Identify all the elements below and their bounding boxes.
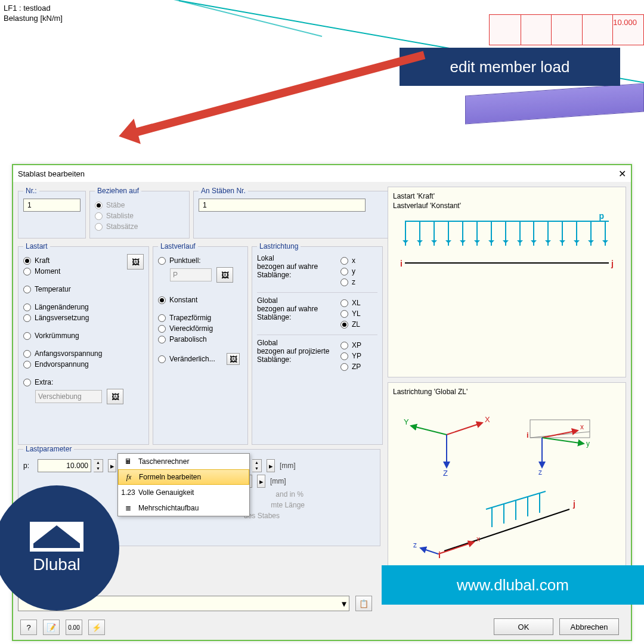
dir-zp[interactable]: ZP: [340, 363, 361, 371]
comment-pick-icon[interactable]: 📋: [355, 596, 372, 611]
radio-icon: [158, 325, 166, 333]
lastart-vorkruemmung[interactable]: Vorkrümmung: [23, 332, 144, 340]
calculator-icon: 🖩: [123, 456, 134, 467]
dir-xp[interactable]: XP: [340, 341, 361, 349]
annotation-arrow-1: [135, 51, 426, 137]
global-label: Globalbezogen auf wahre Stablänge:: [257, 296, 340, 331]
svg-text:z: z: [538, 468, 542, 476]
svg-line-0: [447, 423, 482, 435]
help-button[interactable]: ?: [20, 620, 37, 635]
a-spinner[interactable]: ▲▼: [252, 459, 262, 472]
ref-option-stabliste[interactable]: Stabliste: [95, 212, 184, 220]
lokal-label: Lokalbezogen auf wahre Stablänge:: [257, 254, 340, 289]
p-input[interactable]: 10.000: [38, 459, 91, 472]
abstand-pct-label: and in %: [275, 490, 304, 499]
svg-line-24: [438, 542, 474, 554]
radio-icon: [23, 286, 31, 293]
p-label: p: [599, 211, 604, 221]
punktuell-image-icon[interactable]: 🖼: [216, 267, 233, 283]
radio-icon: [95, 202, 103, 209]
lastverlauf-punktuell[interactable]: Punktuell:: [158, 256, 243, 265]
close-icon[interactable]: ✕: [618, 168, 626, 179]
svg-text:y: y: [586, 439, 590, 448]
nr-input[interactable]: 1: [23, 199, 80, 212]
extra-image-icon[interactable]: 🖼: [107, 389, 123, 404]
dialog-title-bar: Stablast bearbeiten ✕: [13, 165, 631, 182]
j-label: j: [611, 259, 614, 268]
extra-dropdown[interactable]: Verschiebung: [35, 390, 102, 403]
ref-option-stabsaetze[interactable]: Stabsätze: [95, 222, 184, 231]
radio-icon: [23, 314, 31, 322]
svg-text:x: x: [580, 423, 584, 431]
lastverlauf-veraenderlich[interactable]: Veränderlich... 🖼: [158, 353, 243, 365]
svg-text:i: i: [527, 431, 529, 439]
unit-mm-2: [mm]: [270, 477, 286, 485]
svg-text:i: i: [438, 550, 441, 560]
menu-calculator[interactable]: 🖩 Taschenrechner: [118, 454, 249, 469]
p-menu-trigger[interactable]: ▸: [108, 459, 116, 472]
preview1-line2: Lastverlauf 'Konstant': [393, 202, 621, 210]
menu-full-precision[interactable]: 1.23 Volle Genauigkeit: [118, 485, 249, 500]
radio-icon: [340, 310, 348, 318]
radio-icon: [23, 361, 31, 369]
radio-icon: [23, 379, 31, 386]
group-nr-legend: Nr.:: [23, 187, 39, 195]
precision-icon: 1.23: [123, 487, 134, 498]
dir-x[interactable]: x: [340, 256, 355, 265]
radio-icon: [340, 268, 348, 275]
ok-button[interactable]: OK: [494, 618, 553, 635]
url-banner: www.dlubal.com: [382, 565, 644, 605]
punktuell-dropdown[interactable]: P: [170, 268, 212, 281]
lastverlauf-trapez[interactable]: Trapezförmig: [158, 314, 243, 322]
ref-option-staebe[interactable]: Stäbe: [95, 201, 184, 209]
dir-yp[interactable]: YP: [340, 352, 361, 360]
lastverlauf-parabolisch[interactable]: Parabolisch: [158, 335, 243, 343]
radio-icon: [340, 342, 348, 349]
lastverlauf-konstant[interactable]: Konstant: [158, 296, 243, 304]
lastart-temperatur[interactable]: Temperatur: [23, 285, 144, 293]
lastart-moment[interactable]: Moment: [23, 267, 125, 275]
cancel-button[interactable]: Abbrechen: [559, 618, 619, 635]
svg-text:X: X: [485, 415, 490, 424]
radio-icon: [158, 355, 166, 363]
lastart-endvorspannung[interactable]: Endvorspannung: [23, 360, 144, 369]
notes-button[interactable]: 📝: [43, 620, 60, 635]
menu-multilayer[interactable]: ≣ Mehrschichtaufbau: [118, 500, 249, 516]
dir-xl[interactable]: XL: [340, 299, 361, 307]
veraenderlich-icon[interactable]: 🖼: [227, 353, 240, 365]
lastart-extra[interactable]: Extra:: [23, 378, 144, 386]
lastart-image-icon[interactable]: 🖼: [127, 254, 144, 270]
lastart-anfangsvorspannung[interactable]: Anfangsvorspannung: [23, 349, 144, 358]
svg-text:j: j: [572, 499, 575, 509]
group-lastart: Lastart 🖼 Kraft Moment Temperatur Längen…: [18, 242, 149, 445]
svg-line-26: [420, 548, 438, 554]
lastverlauf-viereck[interactable]: Viereckförmig: [158, 324, 243, 333]
lastart-laengsversetzung[interactable]: Längsversetzung: [23, 314, 144, 322]
b-menu-trigger[interactable]: ▸: [257, 475, 265, 488]
beam-line: [405, 262, 609, 264]
preview2-title: Lastrichtung 'Global ZL': [393, 388, 621, 396]
radio-icon: [340, 321, 348, 329]
group-lastart-legend: Lastart: [23, 242, 50, 250]
radio-icon: [95, 212, 103, 220]
lastart-kraft[interactable]: Kraft: [23, 256, 125, 265]
svg-text:x: x: [476, 535, 480, 543]
members-input[interactable]: 1: [199, 199, 366, 212]
dir-zl[interactable]: ZL: [340, 320, 361, 329]
lastart-laengenaenderung[interactable]: Längenänderung: [23, 303, 144, 311]
dir-z[interactable]: z: [340, 278, 355, 286]
fx-button[interactable]: ⚡: [88, 620, 105, 635]
dlubal-logo-icon: [30, 522, 83, 552]
units-button[interactable]: 0.00: [66, 620, 82, 635]
preview1-line1: Lastart 'Kraft': [393, 192, 621, 200]
dir-yl[interactable]: YL: [340, 309, 361, 318]
menu-edit-formula[interactable]: fx Formeln bearbeiten: [118, 469, 249, 485]
p-param-label: p:: [23, 462, 35, 470]
dir-y[interactable]: y: [340, 267, 355, 275]
a-menu-trigger[interactable]: ▸: [267, 459, 275, 472]
p-spinner[interactable]: ▲▼: [94, 459, 103, 472]
unit-mm-1: [mm]: [280, 462, 296, 470]
layers-icon: ≣: [123, 503, 134, 513]
svg-text:Y: Y: [404, 417, 409, 426]
group-lastparameter-legend: Lastparameter: [23, 445, 74, 453]
